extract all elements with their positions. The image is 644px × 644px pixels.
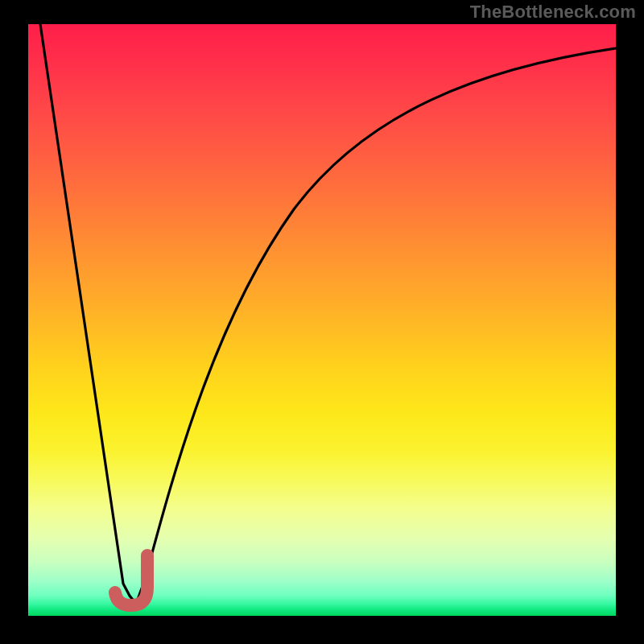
plot-area [28,24,616,616]
chart-frame: TheBottleneck.com [0,0,644,644]
attribution-text: TheBottleneck.com [470,2,636,23]
bottleneck-curve [40,24,616,604]
chart-svg [28,24,616,616]
